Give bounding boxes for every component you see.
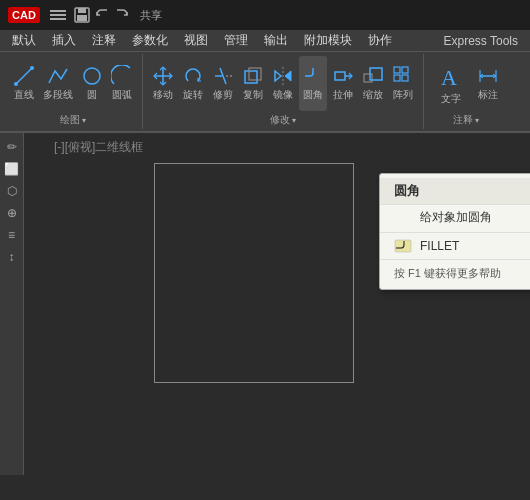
copy-label: 复制 [243,88,263,102]
tool-trim[interactable]: 修剪 [209,56,237,111]
annotation-dropdown-arrow: ▾ [475,116,479,125]
svg-rect-29 [402,75,408,81]
rotate-icon [182,65,204,87]
polyline-label: 多段线 [43,88,73,102]
svg-rect-15 [245,71,257,83]
svg-rect-16 [249,68,261,80]
toolbar-icon [48,5,68,25]
tool-line[interactable]: 直线 [10,56,38,111]
mirror-icon [272,65,294,87]
circle-label: 圆 [87,88,97,102]
svg-rect-1 [50,14,66,16]
cad-logo: CAD [8,7,40,23]
tool-move[interactable]: 移动 [149,56,177,111]
tool-text[interactable]: A 文字 [430,56,472,111]
tool-scale[interactable]: 缩放 [359,56,387,111]
menu-bar: 默认 插入 注释 参数化 视图 管理 输出 附加模块 协作 Express To… [0,30,530,52]
copy-icon [242,65,264,87]
context-popup: 圆角 给对象加圆角 FILLET 按 F1 键获得更多帮助 [379,173,530,290]
arc-label: 圆弧 [112,88,132,102]
share-label: 共享 [140,8,162,23]
menu-manage[interactable]: 管理 [216,30,256,51]
tool-dimension[interactable]: 标注 [474,56,502,111]
svg-point-7 [14,82,18,86]
popup-item-fillet-object[interactable]: 给对象加圆角 [380,205,530,230]
tool-arc[interactable]: 圆弧 [108,56,136,111]
popup-footer-separator [380,259,530,260]
popup-item-fillet-cmd[interactable]: FILLET [380,235,530,257]
modify-tools: 移动 旋转 修剪 复制 [149,56,417,111]
svg-text:A: A [441,65,457,90]
menu-addmodule[interactable]: 附加模块 [296,30,360,51]
tool-fillet[interactable]: 圆角 [299,56,327,111]
menu-express-tools[interactable]: Express Tools [436,32,526,50]
line-label: 直线 [14,88,34,102]
stretch-icon [332,65,354,87]
menu-insert[interactable]: 插入 [44,30,84,51]
circle-icon [81,65,103,87]
svg-rect-26 [394,67,400,73]
title-bar: CAD 共享 [0,0,530,30]
tool-circle[interactable]: 圆 [78,56,106,111]
main-area: ✏ ⬜ ⬡ ⊕ ≡ ↕ [-][俯视]二维线框 圆角 给对象加圆角 FILLET [0,133,530,475]
menu-annotation[interactable]: 注释 [84,30,124,51]
tool-array[interactable]: 阵列 [389,56,417,111]
tool-rotate[interactable]: 旋转 [179,56,207,111]
move-icon [152,65,174,87]
svg-rect-4 [78,8,86,13]
menu-collab[interactable]: 协作 [360,30,400,51]
dimension-icon [477,65,499,87]
svg-rect-5 [77,15,87,21]
menu-parametric[interactable]: 参数化 [124,30,176,51]
tool-copy[interactable]: 复制 [239,56,267,111]
tool-stretch[interactable]: 拉伸 [329,56,357,111]
left-tool-pencil[interactable]: ✏ [2,137,22,157]
left-tool-list[interactable]: ≡ [2,225,22,245]
draw-tools: 直线 多段线 圆 圆弧 [10,56,136,111]
scale-label: 缩放 [363,88,383,102]
ribbon-toolbar: 直线 多段线 圆 圆弧 绘图 ▾ [0,52,530,133]
trim-label: 修剪 [213,88,233,102]
fillet-small-icon [394,239,412,253]
svg-rect-24 [364,74,372,82]
ribbon-group-draw: 直线 多段线 圆 圆弧 绘图 ▾ [4,54,143,129]
tool-mirror[interactable]: 镜像 [269,56,297,111]
svg-rect-22 [335,72,345,80]
popup-fillet-object-label: 给对象加圆角 [420,209,492,226]
array-icon [392,65,414,87]
draw-group-label[interactable]: 绘图 ▾ [60,113,86,127]
trim-icon [212,65,234,87]
fillet-label: 圆角 [303,88,323,102]
fillet-icon [302,65,324,87]
mirror-label: 镜像 [273,88,293,102]
modify-dropdown-arrow: ▾ [292,116,296,125]
ribbon-group-modify: 移动 旋转 修剪 复制 [143,54,424,129]
text-label: 文字 [441,92,461,106]
array-label: 阵列 [393,88,413,102]
left-tool-hex[interactable]: ⬡ [2,181,22,201]
polyline-icon [47,65,69,87]
menu-view[interactable]: 视图 [176,30,216,51]
move-label: 移动 [153,88,173,102]
popup-fillet-cmd-icon [394,239,412,253]
menu-default[interactable]: 默认 [4,30,44,51]
rotate-label: 旋转 [183,88,203,102]
popup-header: 圆角 [380,178,530,205]
annotation-group-label[interactable]: 注释 ▾ [453,113,479,127]
stretch-label: 拉伸 [333,88,353,102]
arc-icon [111,65,133,87]
redo-icon [112,5,132,25]
popup-fillet-cmd-label: FILLET [420,239,459,253]
left-tool-rect[interactable]: ⬜ [2,159,22,179]
tool-polyline[interactable]: 多段线 [40,56,76,111]
svg-rect-34 [395,240,411,252]
menu-output[interactable]: 输出 [256,30,296,51]
modify-group-label[interactable]: 修改 ▾ [270,113,296,127]
svg-rect-2 [50,18,66,20]
draw-dropdown-arrow: ▾ [82,116,86,125]
left-tool-cross[interactable]: ⊕ [2,203,22,223]
save-icon [72,5,92,25]
left-tool-resize[interactable]: ↕ [2,247,22,267]
viewport-label: [-][俯视]二维线框 [54,139,143,156]
svg-rect-27 [402,67,408,73]
